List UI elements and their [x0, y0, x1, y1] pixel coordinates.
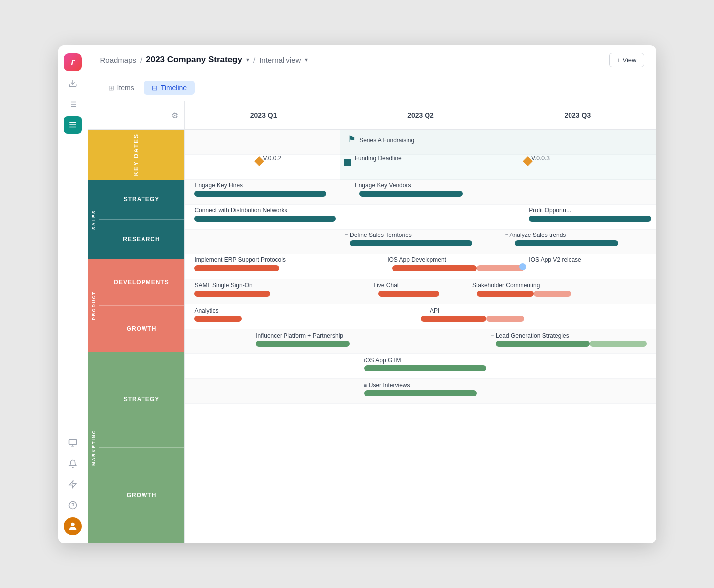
tab-timeline[interactable]: ⊟ Timeline [144, 81, 195, 95]
app-logo[interactable]: r [64, 53, 82, 71]
settings-icon[interactable]: ⚙ [171, 111, 178, 120]
breadcrumb-sep1: / [140, 56, 142, 64]
timeline-header: 2023 Q1 2023 Q2 2023 Q3 [185, 101, 656, 130]
row-series-a [185, 130, 656, 155]
svg-rect-10 [69, 439, 77, 445]
engage-vendors-label: Engage Key Vendors [355, 182, 411, 189]
product-sub-labels: DEVELOPMENTS GROWTH [99, 259, 184, 352]
sales-territories-label: ≡ Define Sales Territories [345, 232, 412, 238]
v003-label: V.0.0.3 [531, 155, 550, 162]
items-icon: ⊞ [108, 84, 114, 92]
sales-trends-bar[interactable] [515, 240, 618, 246]
timeline-body: Series A Fundraising ⚑ V.0.0.2 Funding D… [185, 130, 656, 543]
distribution-bar[interactable] [194, 216, 336, 222]
tab-items[interactable]: ⊞ Items [100, 81, 142, 95]
product-group: PRODUCT DEVELOPMENTS GROWTH [88, 259, 184, 352]
chevron-down-icon[interactable]: ▾ [246, 56, 249, 63]
ios-v2-dot [519, 263, 526, 270]
quarter-q2: 2023 Q2 [342, 101, 499, 129]
breadcrumb-title[interactable]: 2023 Company Strategy [146, 55, 242, 65]
sales-trends-label: ≡ Analyze Sales trends [505, 232, 566, 238]
series-a-flag-icon: ⚑ [348, 134, 356, 145]
breadcrumb: Roadmaps / 2023 Company Strategy ▾ / Int… [100, 55, 308, 65]
sidebar-icon-bolt[interactable] [64, 475, 82, 493]
ios-gtm-label: iOS App GTM [364, 357, 401, 364]
header: Roadmaps / 2023 Company Strategy ▾ / Int… [88, 45, 656, 75]
sidebar-icon-roadmap[interactable] [64, 116, 82, 134]
ios-gtm-bar[interactable] [364, 365, 487, 371]
breadcrumb-view[interactable]: Internal view [259, 56, 301, 64]
saml-bar[interactable] [194, 291, 270, 297]
key-dates-label: KEY DATES [133, 133, 140, 176]
ios-dev-bar[interactable] [392, 265, 477, 271]
profit-bar[interactable] [529, 216, 651, 222]
erp-label: Implement ERP Support Protocols [194, 256, 286, 263]
live-chat-bar[interactable] [378, 291, 439, 297]
view-chevron-icon[interactable]: ▾ [305, 56, 308, 63]
sales-strategy-label: STRATEGY [99, 180, 184, 220]
timeline-container: ⚙ KEY DATES SALES STRATEGY RESEARCH PROD [88, 101, 656, 543]
user-interviews-label: ≡ User Interviews [364, 382, 410, 389]
sales-territories-bar[interactable] [350, 240, 472, 246]
app-window: r Ro [58, 45, 656, 543]
ios-v2-label: IOS App V2 release [529, 256, 581, 263]
live-chat-label: Live Chat [374, 282, 399, 289]
sales-group: SALES STRATEGY RESEARCH [88, 180, 184, 259]
influencer-bar[interactable] [256, 341, 350, 347]
marketing-growth-label: GROWTH [99, 447, 184, 543]
influencer-label: Influencer Platform + Partnership [256, 332, 343, 339]
product-vertical-label: PRODUCT [88, 259, 99, 352]
row-milestones [185, 155, 656, 180]
timeline-icon: ⊟ [152, 84, 158, 92]
timeline-grid: 2023 Q1 2023 Q2 2023 Q3 [185, 101, 656, 543]
sidebar: r [58, 45, 88, 543]
engage-hires-bar[interactable] [194, 191, 326, 197]
sales-sub-labels: STRATEGY RESEARCH [99, 180, 184, 259]
api-label: API [430, 307, 439, 314]
v002-label: V.0.0.2 [263, 155, 281, 162]
user-avatar[interactable] [64, 517, 82, 535]
product-growth-label: GROWTH [99, 305, 184, 352]
product-developments-label: DEVELOPMENTS [99, 259, 184, 305]
stakeholder-bar-light[interactable] [534, 291, 571, 297]
analytics-bar[interactable] [194, 316, 242, 322]
funding-deadline-square [344, 159, 351, 166]
user-interviews-bar[interactable] [364, 390, 477, 396]
distribution-label: Connect with Distribution Networks [194, 207, 287, 214]
sidebar-icon-help[interactable] [64, 496, 82, 514]
ios-dev-label: iOS App Development [388, 256, 446, 263]
saml-label: SAML Single Sign-On [194, 282, 252, 289]
sidebar-icon-download[interactable] [64, 74, 82, 92]
erp-bar[interactable] [194, 265, 279, 271]
marketing-vertical-label: MARKETING [88, 352, 99, 543]
engage-vendors-bar[interactable] [359, 191, 463, 197]
sales-vertical-label: SALES [88, 180, 99, 259]
key-dates-group: KEY DATES [88, 130, 184, 180]
profit-label: Profit Opportu... [529, 207, 571, 214]
svg-marker-13 [69, 480, 76, 488]
quarter-q1: 2023 Q1 [185, 101, 342, 129]
add-view-button[interactable]: + View [609, 53, 644, 67]
breadcrumb-sep2: / [253, 56, 255, 64]
analytics-label: Analytics [194, 307, 218, 314]
sidebar-icon-bell[interactable] [64, 455, 82, 472]
sidebar-icon-list[interactable] [64, 95, 82, 113]
labels-header: ⚙ [88, 101, 184, 130]
breadcrumb-roadmaps[interactable]: Roadmaps [100, 56, 137, 64]
quarter-q3: 2023 Q3 [499, 101, 656, 129]
main-content: Roadmaps / 2023 Company Strategy ▾ / Int… [88, 45, 656, 543]
marketing-group: MARKETING STRATEGY GROWTH [88, 352, 184, 543]
lead-gen-bar-light[interactable] [590, 341, 646, 347]
sales-research-label: RESEARCH [99, 219, 184, 259]
api-bar[interactable] [421, 316, 486, 322]
tab-bar: ⊞ Items ⊟ Timeline [88, 75, 656, 101]
lead-gen-bar[interactable] [496, 341, 590, 347]
lead-gen-label: ≡ Lead Generation Strategies [491, 332, 569, 339]
engage-hires-label: Engage Key Hires [194, 182, 243, 189]
marketing-sub-labels: STRATEGY GROWTH [99, 352, 184, 543]
api-bar-light[interactable] [486, 316, 524, 322]
funding-deadline-label: Funding Deadline [355, 155, 402, 162]
stakeholder-bar[interactable] [477, 291, 533, 297]
ios-dev-bar-light[interactable] [477, 265, 524, 271]
sidebar-icon-contact[interactable] [64, 434, 82, 452]
